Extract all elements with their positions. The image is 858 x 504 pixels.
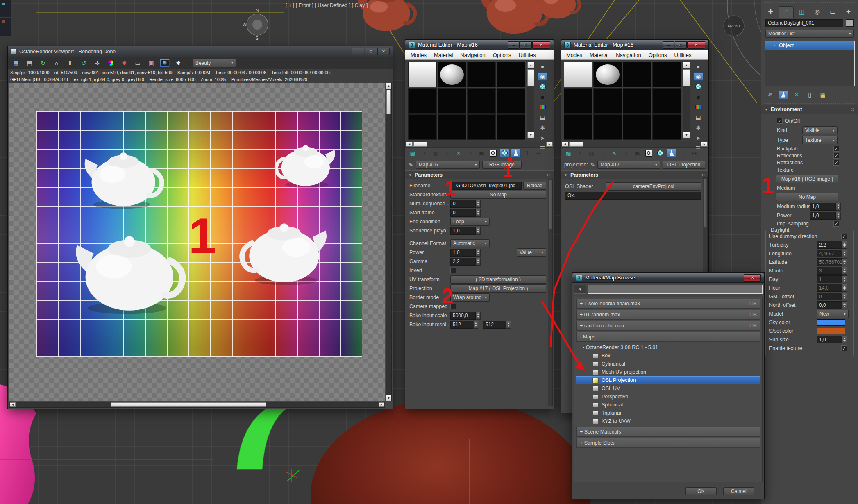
browser-item-perspective[interactable]: Perspective: [576, 393, 760, 401]
make-preview-icon[interactable]: ▤: [538, 113, 547, 122]
put-to-scene-icon[interactable]: ◔: [621, 149, 631, 157]
value-field[interactable]: 1,0: [450, 249, 476, 257]
browser-item-spherical[interactable]: Spherical: [576, 401, 760, 409]
backlight-icon[interactable]: ◉: [693, 72, 703, 81]
modifier-list-dropdown[interactable]: Modifier List: [765, 30, 854, 38]
sample-slot[interactable]: [467, 114, 496, 140]
menu-options[interactable]: Options: [489, 51, 515, 59]
slot-hscrollbar[interactable]: ◄ ►: [405, 141, 554, 148]
lock-icon[interactable]: ∩: [52, 59, 61, 67]
close-button[interactable]: ✕: [377, 48, 390, 55]
browser-titlebar[interactable]: 3 Material/Map Browser ✕: [572, 273, 764, 283]
kernel-icon[interactable]: ✱: [173, 59, 183, 67]
menu-navigation[interactable]: Navigation: [612, 51, 645, 59]
value-field[interactable]: 512: [483, 321, 506, 329]
canvas-hscrollbar[interactable]: ◄ ►: [9, 402, 385, 408]
minimize-button[interactable]: –: [663, 41, 674, 49]
value-field[interactable]: 1,0: [450, 227, 476, 235]
close-button[interactable]: ✕: [532, 41, 550, 49]
enable-texture-checkbox[interactable]: ✓: [841, 345, 847, 351]
month-field[interactable]: 3: [817, 267, 842, 275]
sample-slot[interactable]: [564, 114, 592, 140]
delete-icon[interactable]: ▯: [598, 149, 608, 157]
save-material-icon[interactable]: ▣: [632, 149, 642, 157]
environment-texture-button[interactable]: Map #16 ( RGB image ): [776, 175, 838, 183]
osl-shader-button[interactable]: cameraEnvProj.osl: [606, 182, 701, 191]
longitude-field[interactable]: 4,4667: [817, 250, 842, 257]
menu-modes[interactable]: Modes: [563, 51, 586, 59]
eyedropper-icon[interactable]: ✎: [590, 161, 595, 168]
browser-item-xyz-to-uvw[interactable]: XYZ to UVW: [576, 417, 760, 425]
cancel-button[interactable]: Cancel: [723, 487, 754, 495]
map-selector-dropdown[interactable]: Map #17: [597, 161, 660, 169]
make-preview-icon[interactable]: ▤: [693, 113, 703, 122]
sky-color-swatch[interactable]: [817, 319, 845, 326]
eyedropper-icon[interactable]: ✎: [409, 161, 413, 168]
select-by-material-icon[interactable]: ➤: [538, 134, 547, 142]
browser-item-cylindrical[interactable]: Cylindrical: [576, 360, 760, 368]
browser-group[interactable]: + random color.maxLIB: [576, 321, 760, 331]
latitude-field[interactable]: 50,766701: [817, 258, 842, 266]
spinner-buttons[interactable]: [476, 209, 481, 217]
ok-button[interactable]: OK: [685, 487, 717, 495]
refresh-icon[interactable]: ↺: [79, 59, 89, 67]
go-forward-sibling-icon[interactable]: ↦: [690, 149, 699, 157]
slot-scrollbar[interactable]: ▲ ▼: [683, 62, 690, 138]
browser-subgroup-octane[interactable]: - OctaneRender 3.08 RC 1 - 5.01: [576, 343, 760, 352]
pattern-icon[interactable]: ■: [693, 93, 703, 101]
sample-slot[interactable]: [438, 62, 466, 87]
sample-slot[interactable]: [593, 114, 622, 140]
param-dropdown[interactable]: Loop: [450, 218, 490, 226]
menu-options[interactable]: Options: [645, 51, 671, 59]
close-button[interactable]: ✕: [744, 274, 761, 282]
sample-slot[interactable]: [408, 88, 437, 114]
s-set-color-swatch[interactable]: [817, 328, 845, 334]
sample-background-icon[interactable]: [538, 82, 547, 91]
turbidity-field[interactable]: 2,2: [817, 241, 842, 249]
put-to-scene-icon[interactable]: ◔: [465, 149, 475, 157]
options-icon[interactable]: ✽: [693, 123, 703, 132]
assign-to-selection-icon[interactable]: ◍: [586, 149, 596, 157]
close-button[interactable]: ✕: [687, 41, 705, 49]
menu-material[interactable]: Material: [430, 51, 456, 59]
scroll-up-icon[interactable]: ▲: [386, 83, 391, 89]
modifier-stack[interactable]: ○ Object: [765, 41, 855, 86]
value-field[interactable]: 512: [450, 321, 473, 329]
power-field[interactable]: 1,0: [810, 212, 836, 220]
gmt-offset-field[interactable]: 0: [817, 293, 842, 300]
slot-hscrollbar[interactable]: ◄ ►: [561, 141, 708, 148]
sample-slot[interactable]: [467, 62, 496, 87]
octane-node-icon[interactable]: O: [644, 149, 654, 157]
sample-slot[interactable]: [467, 88, 496, 114]
param-dropdown[interactable]: Value: [517, 248, 546, 257]
scene-teapot-closeup[interactable]: [311, 398, 591, 504]
browser-group[interactable]: + 1 sole-nebbia-finale.maxLIB: [576, 299, 760, 309]
search-options-dropdown[interactable]: ▼: [574, 285, 586, 294]
sample-slot[interactable]: [497, 88, 525, 114]
put-to-library-icon[interactable]: ◔: [575, 149, 585, 157]
medium-radius-field[interactable]: 1,0: [810, 203, 836, 211]
save-material-icon[interactable]: ▣: [477, 149, 486, 157]
param-checkbox[interactable]: [450, 268, 456, 273]
get-material-icon[interactable]: ▩: [408, 149, 418, 157]
sample-slot[interactable]: [497, 114, 525, 140]
autofocus-icon[interactable]: ✛: [92, 59, 102, 67]
slot-scrollbar[interactable]: ▲ ▼: [527, 62, 534, 138]
sample-sphere-icon[interactable]: ●: [693, 62, 703, 70]
editor2-titlebar[interactable]: 3 Material Editor - Map #16 – □ ✕: [561, 40, 708, 50]
value-field[interactable]: 0: [450, 209, 476, 217]
spinner-buttons[interactable]: [476, 312, 481, 320]
tab-motion[interactable]: ◎: [810, 6, 825, 18]
make-unique-icon[interactable]: ✕: [609, 149, 619, 157]
sample-slot[interactable]: [408, 114, 437, 140]
sample-slot[interactable]: [564, 62, 592, 87]
search-input[interactable]: [588, 285, 763, 294]
tab-display[interactable]: ▭: [825, 6, 840, 18]
onoff-checkbox[interactable]: ✓: [777, 118, 783, 124]
show-end-result-icon[interactable]: [779, 91, 788, 99]
scroll-up-icon[interactable]: ▲: [527, 62, 534, 68]
scroll-left-icon[interactable]: ◄: [10, 402, 16, 407]
save-icon[interactable]: ▦: [11, 59, 21, 67]
scene-teapot[interactable]: [481, 0, 548, 34]
make-unique-icon[interactable]: ✕: [792, 91, 801, 99]
